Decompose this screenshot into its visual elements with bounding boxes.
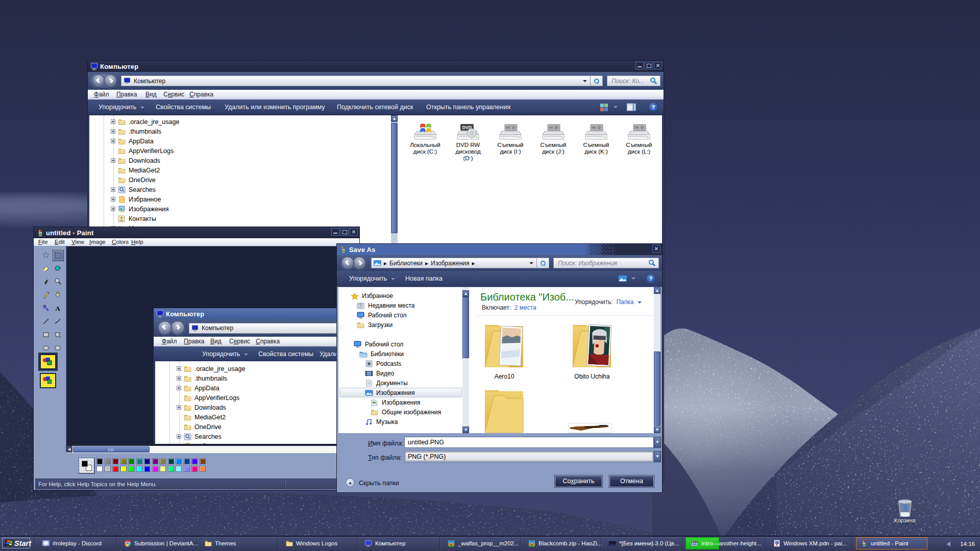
svg-text:A: A [55,305,60,312]
